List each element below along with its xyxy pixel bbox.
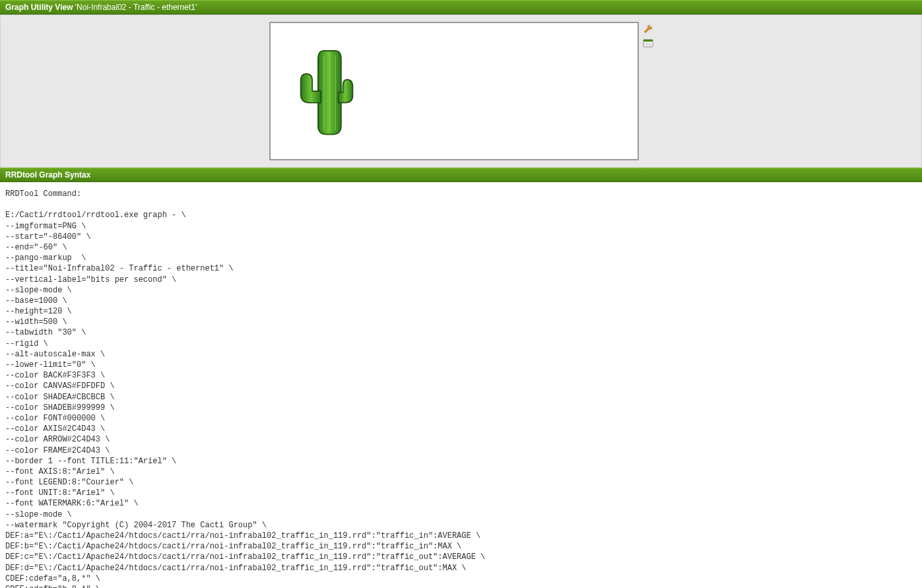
cactus-icon: [297, 45, 356, 137]
header-title-label: Graph Utility View: [5, 3, 73, 12]
section-header: RRDtool Graph Syntax: [0, 168, 922, 182]
command-text: E:/Cacti/rrdtool/rrdtool.exe graph - \ -…: [5, 211, 485, 588]
command-output: RRDTool Command: E:/Cacti/rrdtool/rrdtoo…: [0, 182, 922, 588]
svg-rect-4: [643, 40, 653, 42]
header-bar: Graph Utility View 'Noi-Infrabal02 - Tra…: [0, 0, 922, 15]
section-title: RRDtool Graph Syntax: [5, 170, 90, 180]
wrench-icon[interactable]: [643, 24, 653, 35]
graph-actions-column: [643, 22, 653, 48]
graph-image-box: [269, 22, 639, 160]
csv-export-icon[interactable]: [643, 38, 653, 48]
header-title-name: 'Noi-Infrabal02 - Traffic - ethernet1': [75, 3, 197, 12]
graph-container: [269, 22, 653, 160]
graph-panel: [0, 15, 922, 168]
command-label: RRDTool Command:: [5, 189, 81, 199]
